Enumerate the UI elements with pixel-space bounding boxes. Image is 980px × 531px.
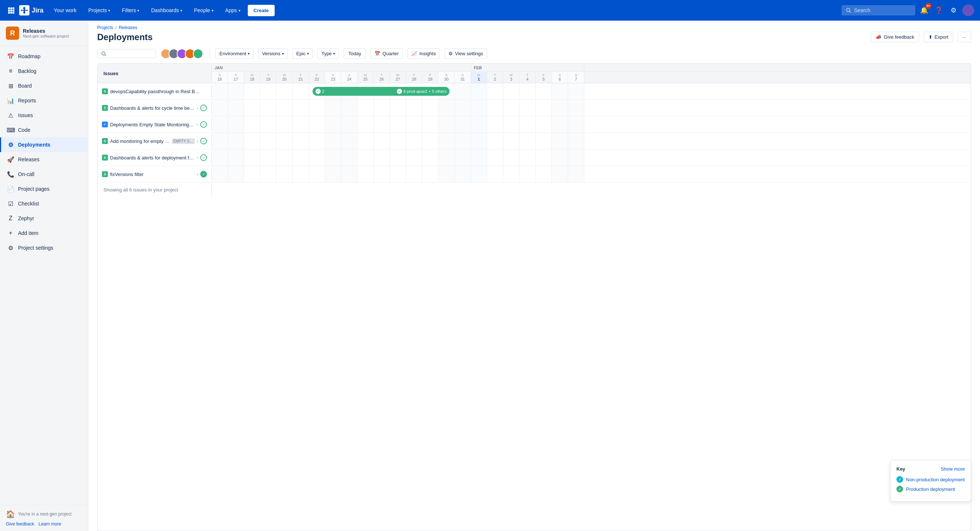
issues-search-input[interactable] bbox=[108, 51, 138, 56]
timeline-row-3 bbox=[212, 133, 971, 149]
quarter-view-button[interactable]: 📅 Quarter bbox=[370, 48, 403, 59]
month-label-FEB: FEB bbox=[471, 64, 584, 72]
sidebar-item-issues[interactable]: ⚠ Issues bbox=[0, 108, 88, 123]
people-nav[interactable]: People ▾ bbox=[189, 5, 218, 16]
sidebar-item-backlog[interactable]: ≡ Backlog bbox=[0, 64, 88, 78]
svg-rect-1 bbox=[10, 7, 12, 9]
environment-filter[interactable]: Environment ▾ bbox=[215, 48, 254, 59]
search-box[interactable] bbox=[842, 5, 915, 16]
learn-more-link[interactable]: Learn more bbox=[39, 521, 61, 526]
insights-icon: 📈 bbox=[411, 51, 417, 56]
releases-icon: 🚀 bbox=[7, 156, 14, 163]
issue-cell-1[interactable]: SDashboards & alerts for cycle time beac… bbox=[97, 102, 212, 114]
notifications-button[interactable]: 🔔 9+ bbox=[918, 5, 930, 16]
issue-chevron-1[interactable]: ‹ bbox=[197, 106, 198, 110]
show-more-button[interactable]: Show more bbox=[940, 466, 965, 472]
issue-chevron-5[interactable]: ‹ bbox=[197, 172, 198, 176]
issue-cell-4[interactable]: SDashboards & alerts for deployment fre…… bbox=[97, 151, 212, 164]
sidebar-item-reports[interactable]: 📊 Reports bbox=[0, 93, 88, 108]
filters-nav[interactable]: Filters ▾ bbox=[118, 5, 143, 16]
sidebar-item-releases[interactable]: 🚀 Releases bbox=[0, 152, 88, 167]
breadcrumb-projects[interactable]: Projects bbox=[97, 25, 113, 30]
day-col-21: T21 bbox=[293, 72, 309, 83]
page-actions: 📣 Give feedback ⬆ Export ··· bbox=[871, 32, 971, 42]
sidebar-item-project-settings[interactable]: ⚙ Project settings bbox=[0, 241, 88, 255]
legend-dot-prod: ✓ bbox=[896, 486, 903, 492]
issue-cell-5[interactable]: SfixVersions filter‹✓ bbox=[97, 168, 212, 180]
type-chevron-icon: ▾ bbox=[333, 51, 335, 56]
today-button[interactable]: Today bbox=[344, 48, 366, 59]
code-icon: ⌨ bbox=[7, 126, 14, 134]
versions-filter[interactable]: Versions ▾ bbox=[258, 48, 288, 59]
day-col-19: T19 bbox=[260, 72, 277, 83]
your-work-nav[interactable]: Your work bbox=[49, 5, 81, 16]
issue-chevron-3[interactable]: ‹ bbox=[197, 139, 198, 143]
sidebar-label-project-pages: Project pages bbox=[18, 186, 50, 192]
svg-line-12 bbox=[105, 54, 107, 56]
issue-cell-0[interactable]: SdevopsCapability passthrough in Rest B… bbox=[97, 85, 212, 97]
project-icon: R bbox=[6, 27, 19, 40]
issue-cell-3[interactable]: SAdd monitoring for empty stateEMPTY S…‹… bbox=[97, 135, 212, 147]
breadcrumb-releases[interactable]: Releases bbox=[119, 25, 137, 30]
sidebar-item-on-call[interactable]: 📞 On-call bbox=[0, 167, 88, 182]
sidebar-item-roadmap[interactable]: 📅 Roadmap bbox=[0, 49, 88, 64]
issue-cell-2[interactable]: ✓Deployments Empty State Monitoring Sh…‹… bbox=[97, 118, 212, 131]
dashboards-nav[interactable]: Dashboards ▾ bbox=[146, 5, 187, 16]
project-name: Releases bbox=[23, 28, 69, 34]
day-col-16: S16 bbox=[212, 72, 228, 83]
help-button[interactable]: ❓ bbox=[933, 5, 945, 16]
reports-icon: 📊 bbox=[7, 97, 14, 104]
issue-type-icon-1: S bbox=[102, 105, 108, 111]
team-avatars bbox=[161, 49, 203, 59]
projects-nav[interactable]: Projects ▾ bbox=[84, 5, 115, 16]
issues-search-icon bbox=[101, 51, 107, 56]
issue-status-3: ✓ bbox=[200, 138, 207, 144]
toolbar: Environment ▾ Versions ▾ Epic ▾ Type ▾ T… bbox=[88, 48, 980, 63]
sidebar-label-backlog: Backlog bbox=[18, 68, 37, 74]
sidebar-item-code[interactable]: ⌨ Code bbox=[0, 123, 88, 137]
issue-chevron-2[interactable]: ‹ bbox=[197, 123, 198, 127]
more-options-button[interactable]: ··· bbox=[958, 32, 971, 42]
issue-badge-3: EMPTY S… bbox=[172, 139, 195, 144]
type-filter[interactable]: Type ▾ bbox=[317, 48, 339, 59]
give-feedback-sidebar-link[interactable]: Give feedback bbox=[6, 521, 34, 526]
create-button[interactable]: Create bbox=[248, 5, 275, 16]
sidebar-item-deployments[interactable]: ⚙ Deployments bbox=[0, 137, 88, 152]
export-button[interactable]: ⬆ Export bbox=[924, 32, 953, 42]
issue-chevron-4[interactable]: ‹ bbox=[197, 156, 198, 160]
issue-type-icon-5: S bbox=[102, 171, 108, 177]
sidebar-item-project-pages[interactable]: 📄 Project pages bbox=[0, 182, 88, 196]
apps-nav[interactable]: Apps ▾ bbox=[221, 5, 245, 16]
legend-label-non-prod[interactable]: Non-production deployment bbox=[906, 477, 965, 482]
epic-filter[interactable]: Epic ▾ bbox=[292, 48, 313, 59]
showing-text: Showing all 6 issues in your project bbox=[97, 183, 212, 197]
jira-logo[interactable]: Jira bbox=[19, 5, 43, 16]
svg-rect-4 bbox=[10, 10, 12, 11]
search-input[interactable] bbox=[854, 7, 906, 13]
issues-search[interactable] bbox=[97, 49, 156, 58]
avatar-5[interactable] bbox=[193, 49, 203, 59]
backlog-icon: ≡ bbox=[7, 67, 14, 75]
settings-button[interactable]: ⚙ bbox=[948, 5, 959, 16]
sidebar-item-board[interactable]: ⊞ Board bbox=[0, 78, 88, 93]
sidebar-item-checklist[interactable]: ☑ Checklist bbox=[0, 196, 88, 211]
legend-label-prod[interactable]: Production deployment bbox=[906, 486, 955, 492]
sidebar-item-zephyr[interactable]: Z Zephyr bbox=[0, 211, 88, 226]
issue-status-2: ✓ bbox=[200, 121, 207, 128]
user-avatar[interactable] bbox=[963, 5, 974, 16]
day-col-25: M25 bbox=[358, 72, 374, 83]
day-col-7: S7 bbox=[568, 72, 584, 83]
apps-grid-icon[interactable] bbox=[6, 5, 16, 16]
top-navigation: Jira Your work Projects ▾ Filters ▾ Dash… bbox=[0, 0, 980, 21]
sidebar-nav: 📅 Roadmap ≡ Backlog ⊞ Board 📊 Reports ⚠ … bbox=[0, 46, 88, 505]
insights-button[interactable]: 📈 Insights bbox=[407, 48, 440, 59]
sidebar-item-add-item[interactable]: + Add item bbox=[0, 226, 88, 241]
day-col-18: M18 bbox=[244, 72, 260, 83]
view-settings-button[interactable]: ⚙ View settings bbox=[444, 48, 487, 59]
day-col-20: W20 bbox=[277, 72, 293, 83]
deployment-bar[interactable]: ✓ 2✓ 6 prod-apse2 + 5 others bbox=[313, 87, 450, 96]
issue-name-1: Dashboards & alerts for cycle time beac… bbox=[110, 105, 195, 111]
sidebar-label-roadmap: Roadmap bbox=[18, 53, 40, 59]
give-feedback-button[interactable]: 📣 Give feedback bbox=[871, 32, 919, 42]
nextgen-text: You're in a next-gen project bbox=[18, 512, 72, 517]
